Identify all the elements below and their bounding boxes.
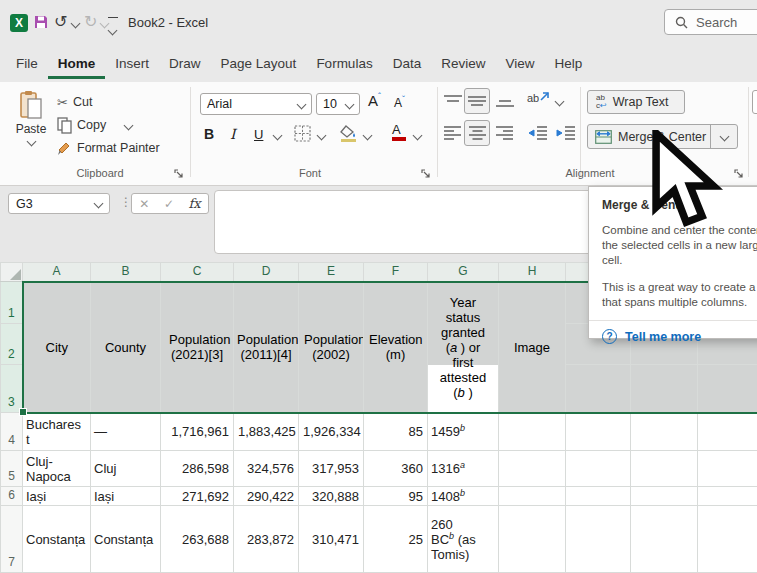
- cell-b7[interactable]: Constanța: [91, 506, 161, 573]
- number-group-partial[interactable]: [752, 90, 757, 114]
- column-header-d[interactable]: D: [234, 263, 299, 282]
- cell-k5[interactable]: [698, 451, 757, 487]
- tab-view[interactable]: View: [495, 49, 544, 79]
- fill-color-dropdown-icon[interactable]: [363, 131, 373, 141]
- font-color-dropdown-icon[interactable]: [413, 131, 423, 141]
- fill-color-icon[interactable]: [340, 124, 360, 142]
- cell-d1-pop2011-header[interactable]: Population (2011)[4]: [234, 282, 299, 413]
- cell-i6[interactable]: [566, 487, 631, 506]
- cell-j5[interactable]: [631, 451, 698, 487]
- cell-k3[interactable]: [698, 365, 757, 413]
- cell-h5[interactable]: [499, 451, 566, 487]
- borders-icon[interactable]: [294, 125, 311, 142]
- cell-d6[interactable]: 290,422: [234, 487, 299, 506]
- cell-g1-year-status-header[interactable]: Year status granted (a ) or first attest…: [428, 282, 499, 413]
- cell-c6[interactable]: 271,692: [161, 487, 234, 506]
- tab-data[interactable]: Data: [383, 49, 432, 79]
- cell-f7[interactable]: 25: [364, 506, 428, 573]
- center-button[interactable]: [464, 120, 490, 146]
- cell-g4[interactable]: 1459b: [428, 413, 499, 451]
- cell-b6[interactable]: Iași: [91, 487, 161, 506]
- customize-quick-access-icon[interactable]: [108, 17, 118, 38]
- cell-c5[interactable]: 286,598: [161, 451, 234, 487]
- cell-d4[interactable]: 1,883,425: [234, 413, 299, 451]
- borders-dropdown-icon[interactable]: [317, 131, 327, 141]
- cell-a7[interactable]: Constanța: [23, 506, 91, 573]
- column-header-e[interactable]: E: [299, 263, 364, 282]
- name-box[interactable]: G3: [8, 193, 110, 214]
- tell-me-more-link[interactable]: ? Tell me more: [602, 329, 757, 344]
- orientation-dropdown-icon[interactable]: [555, 97, 565, 107]
- row-header-4[interactable]: 4: [1, 413, 23, 451]
- tab-draw[interactable]: Draw: [159, 49, 211, 79]
- cell-i4[interactable]: [566, 413, 631, 451]
- underline-dropdown-icon[interactable]: [273, 131, 283, 141]
- cell-i7[interactable]: [566, 506, 631, 573]
- cell-b1-county-header[interactable]: County: [91, 282, 161, 413]
- cell-h1-image-header[interactable]: Image: [499, 282, 566, 413]
- cell-a4[interactable]: Bucharest: [23, 413, 91, 451]
- decrease-font-size-button[interactable]: Aˇ: [394, 94, 405, 110]
- column-header-f[interactable]: F: [364, 263, 428, 282]
- column-header-c[interactable]: C: [161, 263, 234, 282]
- cell-j3[interactable]: [631, 365, 698, 413]
- cell-a6[interactable]: Iași: [23, 487, 91, 506]
- column-header-b[interactable]: B: [91, 263, 161, 282]
- increase-font-size-button[interactable]: Aˆ: [368, 91, 381, 109]
- copy-dropdown-icon[interactable]: [124, 120, 134, 130]
- cell-g6[interactable]: 1408b: [428, 487, 499, 506]
- tab-home[interactable]: Home: [48, 49, 106, 79]
- tab-help[interactable]: Help: [544, 49, 592, 79]
- bottom-align-icon[interactable]: [496, 94, 514, 108]
- cell-a5[interactable]: Cluj-Napoca: [23, 451, 91, 487]
- cell-e6[interactable]: 320,888: [299, 487, 364, 506]
- top-align-icon[interactable]: [444, 94, 462, 108]
- paste-button[interactable]: Paste: [8, 90, 54, 145]
- column-header-h[interactable]: H: [499, 263, 566, 282]
- cell-c7[interactable]: 263,688: [161, 506, 234, 573]
- fill-handle[interactable]: [19, 408, 27, 416]
- cell-c4[interactable]: 1,716,961: [161, 413, 234, 451]
- search-input[interactable]: Search: [664, 9, 757, 35]
- enter-icon[interactable]: ✓: [164, 197, 174, 211]
- tab-review[interactable]: Review: [431, 49, 495, 79]
- wrap-text-button[interactable]: ab c↩ Wrap Text: [587, 90, 685, 114]
- column-header-g[interactable]: G: [428, 263, 499, 282]
- undo-icon[interactable]: ↺: [54, 12, 67, 32]
- cancel-icon[interactable]: ✕: [139, 197, 149, 211]
- decrease-indent-icon[interactable]: [528, 126, 547, 140]
- tab-formulas[interactable]: Formulas: [306, 49, 382, 79]
- increase-indent-icon[interactable]: [556, 126, 575, 140]
- cut-button[interactable]: ✂ Cut: [57, 92, 92, 112]
- cell-j7[interactable]: [631, 506, 698, 573]
- row-header-2[interactable]: 2: [1, 324, 23, 365]
- cell-h7[interactable]: [499, 506, 566, 573]
- cell-d5[interactable]: 324,576: [234, 451, 299, 487]
- font-dialog-launcher-icon[interactable]: [421, 169, 431, 179]
- row-header-3[interactable]: 3: [1, 365, 23, 413]
- cell-h6[interactable]: [499, 487, 566, 506]
- clipboard-dialog-launcher-icon[interactable]: [174, 169, 184, 179]
- row-header-1[interactable]: 1: [1, 282, 23, 324]
- undo-dropdown-icon[interactable]: [71, 19, 81, 29]
- font-name-select[interactable]: Arial: [200, 93, 312, 115]
- cell-b5[interactable]: Cluj: [91, 451, 161, 487]
- cell-f4[interactable]: 85: [364, 413, 428, 451]
- copy-button[interactable]: Copy: [57, 115, 132, 135]
- cell-i5[interactable]: [566, 451, 631, 487]
- column-header-a[interactable]: A: [23, 263, 91, 282]
- cell-k4[interactable]: [698, 413, 757, 451]
- select-all-corner[interactable]: [1, 263, 23, 282]
- cell-g5[interactable]: 1316a: [428, 451, 499, 487]
- tab-file[interactable]: File: [6, 49, 48, 79]
- cell-h4[interactable]: [499, 413, 566, 451]
- cell-j4[interactable]: [631, 413, 698, 451]
- cell-e5[interactable]: 317,953: [299, 451, 364, 487]
- cell-i3[interactable]: [566, 365, 631, 413]
- row-header-7[interactable]: 7: [1, 506, 23, 573]
- align-left-icon[interactable]: [444, 126, 461, 140]
- middle-align-button[interactable]: [464, 88, 490, 114]
- bold-button[interactable]: B: [204, 122, 214, 146]
- row-header-5[interactable]: 5: [1, 451, 23, 487]
- row-header-6[interactable]: 6: [1, 487, 23, 506]
